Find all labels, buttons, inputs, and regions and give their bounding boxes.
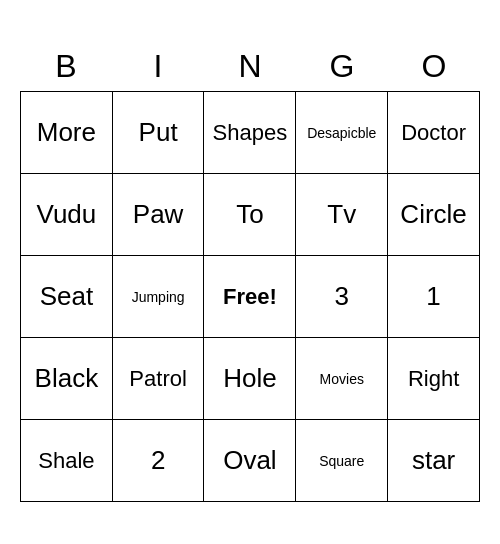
bingo-cell: 2 bbox=[112, 420, 204, 502]
bingo-cell: 3 bbox=[296, 256, 388, 338]
bingo-header: BINGO bbox=[20, 42, 480, 91]
header-letter: B bbox=[20, 42, 112, 91]
header-letter: I bbox=[112, 42, 204, 91]
bingo-cell: Doctor bbox=[388, 92, 480, 174]
bingo-cell: Hole bbox=[204, 338, 296, 420]
bingo-cell: Shapes bbox=[204, 92, 296, 174]
table-row: MorePutShapesDesapicbleDoctor bbox=[21, 92, 480, 174]
bingo-cell: Tv bbox=[296, 174, 388, 256]
bingo-card: BINGO MorePutShapesDesapicbleDoctorVuduP… bbox=[10, 32, 490, 512]
table-row: Shale2OvalSquarestar bbox=[21, 420, 480, 502]
bingo-cell: Patrol bbox=[112, 338, 204, 420]
bingo-cell: Right bbox=[388, 338, 480, 420]
bingo-cell: Movies bbox=[296, 338, 388, 420]
bingo-cell: Oval bbox=[204, 420, 296, 502]
header-letter: N bbox=[204, 42, 296, 91]
bingo-cell: Seat bbox=[21, 256, 113, 338]
bingo-cell: Circle bbox=[388, 174, 480, 256]
bingo-cell: Black bbox=[21, 338, 113, 420]
bingo-cell: Vudu bbox=[21, 174, 113, 256]
bingo-cell: More bbox=[21, 92, 113, 174]
bingo-cell: Shale bbox=[21, 420, 113, 502]
bingo-cell: Paw bbox=[112, 174, 204, 256]
header-letter: G bbox=[296, 42, 388, 91]
bingo-grid: MorePutShapesDesapicbleDoctorVuduPawToTv… bbox=[20, 91, 480, 502]
bingo-cell: 1 bbox=[388, 256, 480, 338]
header-letter: O bbox=[388, 42, 480, 91]
bingo-cell: Square bbox=[296, 420, 388, 502]
table-row: BlackPatrolHoleMoviesRight bbox=[21, 338, 480, 420]
table-row: SeatJumpingFree!31 bbox=[21, 256, 480, 338]
bingo-cell: Jumping bbox=[112, 256, 204, 338]
table-row: VuduPawToTvCircle bbox=[21, 174, 480, 256]
bingo-cell: star bbox=[388, 420, 480, 502]
bingo-cell: Put bbox=[112, 92, 204, 174]
bingo-cell: Desapicble bbox=[296, 92, 388, 174]
bingo-cell: Free! bbox=[204, 256, 296, 338]
bingo-cell: To bbox=[204, 174, 296, 256]
